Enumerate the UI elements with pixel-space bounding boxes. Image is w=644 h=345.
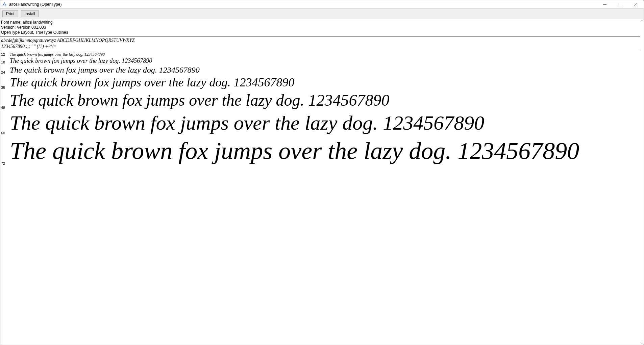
- sample-row: 18The quick brown fox jumps over the laz…: [0, 57, 640, 65]
- alphabet-sample: abcdefghijklmnopqrstuvwxyz ABCDEFGHIJKLM…: [0, 37, 640, 51]
- window-title: aifosHandwriting (OpenType): [9, 2, 61, 7]
- sample-row: 36The quick brown fox jumps over the laz…: [0, 75, 640, 90]
- scrollbar[interactable]: [640, 19, 644, 345]
- maximize-button[interactable]: [613, 0, 628, 8]
- svg-rect-0: [619, 3, 622, 6]
- sample-text: The quick brown fox jumps over the lazy …: [10, 57, 152, 65]
- sample-row: 24The quick brown fox jumps over the laz…: [0, 65, 640, 75]
- font-version-line: Version: Version 001.003: [1, 25, 640, 30]
- sample-text: The quick brown fox jumps over the lazy …: [10, 90, 389, 110]
- sample-text: The quick brown fox jumps over the lazy …: [10, 65, 200, 75]
- size-label: 24: [1, 70, 6, 75]
- sample-text: The quick brown fox jumps over the lazy …: [10, 136, 579, 166]
- titlebar: aifosHandwriting (OpenType): [0, 0, 644, 8]
- sample-row: 12The quick brown fox jumps over the laz…: [0, 52, 640, 57]
- size-label: 60: [1, 131, 6, 136]
- size-label: 72: [1, 161, 6, 166]
- font-info: Font name: aifosHandwriting Version: Ver…: [0, 19, 640, 37]
- font-layout-line: OpenType Layout, TrueType Outlines: [1, 30, 640, 35]
- print-button[interactable]: Print: [2, 10, 18, 17]
- scroll-down-icon[interactable]: [640, 341, 644, 345]
- size-label: 36: [1, 85, 6, 90]
- sample-row: 72The quick brown fox jumps over the laz…: [0, 136, 640, 166]
- size-label: 48: [1, 106, 6, 110]
- sample-row: 48The quick brown fox jumps over the laz…: [0, 90, 640, 110]
- sample-text: The quick brown fox jumps over the lazy …: [10, 75, 295, 90]
- app-icon: [2, 2, 7, 7]
- install-button[interactable]: Install: [21, 10, 39, 17]
- size-samples: 12The quick brown fox jumps over the laz…: [0, 51, 640, 166]
- alphabet-line-1: abcdefghijklmnopqrstuvwxyz ABCDEFGHIJKLM…: [1, 37, 640, 44]
- font-name-line: Font name: aifosHandwriting: [1, 20, 640, 25]
- window-controls: [597, 0, 644, 8]
- sample-text: The quick brown fox jumps over the lazy …: [10, 110, 484, 136]
- preview-area: Font name: aifosHandwriting Version: Ver…: [0, 19, 640, 345]
- size-label: 12: [1, 52, 6, 57]
- close-button[interactable]: [628, 0, 644, 8]
- minimize-button[interactable]: [597, 0, 613, 8]
- toolbar: Print Install: [0, 8, 644, 19]
- sample-row: 60The quick brown fox jumps over the laz…: [0, 110, 640, 136]
- alphabet-line-2: 1234567890.:,; ' " (!?) +-*/=: [1, 44, 640, 50]
- sample-text: The quick brown fox jumps over the lazy …: [10, 52, 105, 57]
- size-label: 18: [1, 60, 6, 65]
- scroll-up-icon[interactable]: [640, 19, 644, 23]
